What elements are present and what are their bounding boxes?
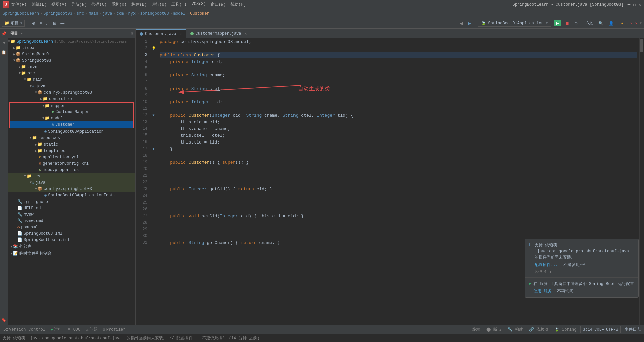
tree-springboot01[interactable]: ▶ 📦 SpringBoot01 xyxy=(8,51,135,57)
left-icon-1[interactable]: 📌 xyxy=(1,30,7,37)
toolbar-add-btn[interactable]: ⊕ xyxy=(31,20,37,26)
dismiss-plugin-link[interactable]: 不建议此插件 xyxy=(563,263,587,267)
search-btn[interactable]: 🔍 xyxy=(597,20,605,26)
bc-customer[interactable]: Customer xyxy=(190,11,209,16)
tree-templates[interactable]: ▶ 📁 templates xyxy=(8,148,135,154)
tree-helpmd[interactable]: 📄 HELP.md xyxy=(8,205,135,211)
tree-sblearnxml[interactable]: 📄 SpringBootLearn.iml xyxy=(8,237,135,243)
menu-view[interactable]: 视图(V) xyxy=(51,2,67,7)
menu-file[interactable]: 文件(F) xyxy=(11,2,27,7)
spring-btn[interactable]: 🍃 Spring xyxy=(552,326,578,333)
bc-main[interactable]: main xyxy=(89,11,98,16)
todo-btn[interactable]: ≡ TODO xyxy=(65,327,83,333)
bc-springboot03[interactable]: SpringBoot03 xyxy=(43,11,72,16)
profiler-btn[interactable]: ◎ Profiler xyxy=(101,326,128,333)
run-status-btn[interactable]: ▶ 运行 xyxy=(49,326,64,333)
tree-java[interactable]: ▼ ☕ java xyxy=(8,83,135,89)
bc-hyx[interactable]: hyx xyxy=(128,11,136,16)
bc-springboot03-pkg[interactable]: springboot03 xyxy=(140,11,169,16)
tree-jdbcprops[interactable]: ⚙ jdbc.properties xyxy=(8,167,135,173)
scrollbar-thumb[interactable] xyxy=(640,39,643,52)
no-ask-link[interactable]: 不再询问 xyxy=(557,289,573,294)
maximize-btn[interactable]: ☐ xyxy=(633,2,636,7)
left-icon-3[interactable]: 📋 xyxy=(1,49,7,56)
terminal-btn[interactable]: 终端 xyxy=(470,326,482,333)
tree-springboot03app[interactable]: ◉ SpringBoot03Application xyxy=(8,128,135,135)
forward-btn[interactable]: ▶ xyxy=(467,20,472,26)
toolbar-sync-btn[interactable]: ⇌ xyxy=(44,20,50,26)
menu-run[interactable]: 运行(U) xyxy=(151,2,167,7)
bc-com[interactable]: com xyxy=(117,11,124,16)
eventlog-btn[interactable]: 事件日志 xyxy=(623,326,643,333)
tree-testclass[interactable]: ◉ SpringBoot03ApplicationTests xyxy=(8,192,135,198)
run-btn[interactable]: ▶ xyxy=(554,20,561,26)
account-btn[interactable]: 👤 xyxy=(607,20,615,26)
tree-springboot03[interactable]: ▼ 📦 SpringBoot03 xyxy=(8,57,135,64)
tree-mvnw[interactable]: 🔧 mvnw xyxy=(8,211,135,218)
tree-springbootlearn[interactable]: ▼ 📁 SpringBootLearn E:\OurplayProject\Sp… xyxy=(8,38,135,45)
menu-help[interactable]: 帮助(H) xyxy=(230,2,246,7)
editor-menu-icon[interactable]: ⋮ xyxy=(637,32,641,38)
tree-gitignore[interactable]: 🔧 .gitignore xyxy=(8,198,135,205)
menu-tools[interactable]: 工具(T) xyxy=(171,2,187,7)
sidebar-settings-icon[interactable]: ⚙ xyxy=(131,31,133,36)
breakpoints-btn[interactable]: ⬤ 断点 xyxy=(484,326,503,333)
reload-btn[interactable]: ⟳ xyxy=(573,20,579,26)
tree-mapper[interactable]: ▼ 📁 mapper xyxy=(10,103,133,109)
tree-genconfig[interactable]: ⚙ generatorConfig.xml xyxy=(8,160,135,167)
vc-btn[interactable]: ⎇ Version Control xyxy=(1,326,47,333)
menu-code[interactable]: 代码(C) xyxy=(91,2,107,7)
tab-customer[interactable]: Customer.java ✕ xyxy=(136,29,186,38)
bc-springbootlearn[interactable]: SpringBootLearn xyxy=(3,11,39,16)
tree-pkg[interactable]: ▼ 📦 com.hyx.springboot03 xyxy=(8,89,135,96)
tree-idea[interactable]: ▶ 📁 .idea xyxy=(8,45,135,51)
project-dropdown[interactable]: 📁 项目 ▾ xyxy=(2,20,25,27)
fold-icon-12[interactable]: ▼ xyxy=(152,114,154,117)
left-icon-4[interactable]: 🔖 xyxy=(1,317,7,323)
menu-build[interactable]: 构建(B) xyxy=(131,2,147,7)
bc-java[interactable]: java xyxy=(103,11,112,16)
customermapper-tab-close[interactable]: ✕ xyxy=(245,32,247,36)
tree-sb03iml[interactable]: 📄 SpringBoot03.iml xyxy=(8,230,135,237)
tree-controller[interactable]: ▶ 📁 controller xyxy=(8,96,135,102)
tree-model[interactable]: ▼ 📁 model xyxy=(10,115,133,121)
menu-navigate[interactable]: 导航(N) xyxy=(71,2,87,7)
tree-test[interactable]: ▼ 📁 test xyxy=(8,173,135,179)
toolbar-hide-btn[interactable]: — xyxy=(59,20,66,26)
back-btn[interactable]: ◀ xyxy=(458,20,464,26)
bc-model[interactable]: model xyxy=(173,11,185,16)
translate-btn[interactable]: A文 xyxy=(585,20,594,27)
tree-main[interactable]: ▼ 📁 main xyxy=(8,76,135,83)
menu-window[interactable]: 窗口(W) xyxy=(211,2,226,7)
run-config-selector[interactable]: 🍃 SpringBoot01Application ▾ xyxy=(478,20,551,27)
build-btn[interactable]: 🔧 构建 xyxy=(505,326,525,333)
menu-refactor[interactable]: 重构(R) xyxy=(111,2,127,7)
close-btn[interactable]: ✕ xyxy=(639,2,641,7)
tree-pomxml[interactable]: ⚙ pom.xml xyxy=(8,224,135,230)
tree-testjava[interactable]: ▼ ☕ java xyxy=(8,179,135,186)
tree-scratches[interactable]: ▶ 📝 临时文件和控制台 xyxy=(8,250,135,257)
tree-src[interactable]: ▼ 📁 src xyxy=(8,70,135,76)
customer-tab-close[interactable]: ✕ xyxy=(180,32,182,36)
menu-edit[interactable]: 编辑(E) xyxy=(32,2,47,7)
toolbar-collapse-btn[interactable]: ⊟ xyxy=(52,20,58,26)
bulb-icon[interactable]: 💡 xyxy=(152,46,156,50)
tree-appyml[interactable]: ⚙ application.yml xyxy=(8,154,135,160)
tree-testpkg[interactable]: ▼ 📦 com.hyx.springboot03 xyxy=(8,186,135,192)
tab-customermapper[interactable]: CustomerMapper.java ✕ xyxy=(186,29,251,38)
stop-btn[interactable]: ⏹ xyxy=(564,20,571,26)
config-plugin-link[interactable]: 配置插件... xyxy=(535,263,558,267)
left-icon-2[interactable]: ⚙ xyxy=(1,40,7,46)
tree-extlibs[interactable]: ▶ 📚 外部库 xyxy=(8,243,135,250)
deps-btn[interactable]: 🔗 依赖项 xyxy=(527,326,550,333)
tree-customer[interactable]: ◉ Customer xyxy=(10,121,133,128)
tree-static[interactable]: ▶ 📁 static xyxy=(8,141,135,148)
bc-src[interactable]: src xyxy=(77,11,84,16)
menu-vcs[interactable]: VCS(S) xyxy=(191,2,206,7)
tree-mvnwcmd[interactable]: 🔧 mvnw.cmd xyxy=(8,218,135,224)
fold-icon-17[interactable]: ▼ xyxy=(152,147,154,151)
minimize-btn[interactable]: — xyxy=(628,2,630,7)
toolbar-list-btn[interactable]: ≡ xyxy=(38,20,43,26)
tree-mvn[interactable]: ▶ 📁 .mvn xyxy=(8,64,135,70)
use-service-link[interactable]: 使用 服务 xyxy=(533,289,552,294)
